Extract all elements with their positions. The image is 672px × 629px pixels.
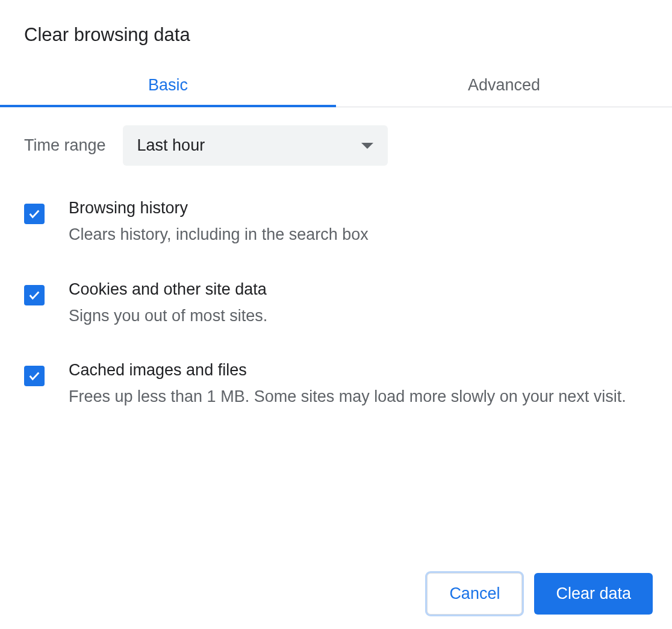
checkbox-cached-files[interactable] — [24, 366, 45, 386]
option-text: Cached images and files Frees up less th… — [69, 361, 648, 409]
clear-browsing-data-dialog: Clear browsing data Basic Advanced Time … — [0, 0, 672, 629]
dialog-footer: Cancel Clear data — [0, 573, 672, 629]
dialog-content: Time range Last hour Browsing history Cl… — [0, 107, 672, 573]
dialog-title: Clear browsing data — [0, 0, 672, 64]
option-browsing-history: Browsing history Clears history, includi… — [24, 199, 648, 247]
time-range-label: Time range — [24, 136, 106, 155]
cancel-button-label: Cancel — [449, 584, 500, 602]
tab-advanced[interactable]: Advanced — [336, 64, 672, 107]
tab-basic[interactable]: Basic — [0, 64, 336, 107]
checkmark-icon — [28, 207, 41, 221]
option-cookies: Cookies and other site data Signs you ou… — [24, 280, 648, 328]
checkmark-icon — [28, 289, 41, 302]
option-description: Clears history, including in the search … — [69, 222, 648, 247]
checkbox-browsing-history[interactable] — [24, 204, 45, 224]
tab-advanced-label: Advanced — [468, 76, 540, 94]
clear-data-button[interactable]: Clear data — [534, 573, 653, 615]
option-title: Cookies and other site data — [69, 280, 648, 299]
tab-bar: Basic Advanced — [0, 64, 672, 107]
option-cached-files: Cached images and files Frees up less th… — [24, 361, 648, 409]
option-title: Browsing history — [69, 199, 648, 217]
checkmark-icon — [28, 369, 41, 383]
time-range-row: Time range Last hour — [24, 125, 648, 166]
option-description: Signs you out of most sites. — [69, 304, 648, 328]
option-description: Frees up less than 1 MB. Some sites may … — [69, 384, 648, 409]
clear-data-button-label: Clear data — [556, 584, 631, 602]
cancel-button[interactable]: Cancel — [427, 573, 522, 615]
time-range-selected: Last hour — [137, 136, 205, 155]
option-title: Cached images and files — [69, 361, 648, 380]
tab-basic-label: Basic — [148, 76, 188, 94]
checkbox-cookies[interactable] — [24, 285, 45, 305]
option-text: Cookies and other site data Signs you ou… — [69, 280, 648, 328]
option-text: Browsing history Clears history, includi… — [69, 199, 648, 247]
chevron-down-icon — [361, 143, 373, 149]
time-range-dropdown[interactable]: Last hour — [123, 125, 388, 166]
